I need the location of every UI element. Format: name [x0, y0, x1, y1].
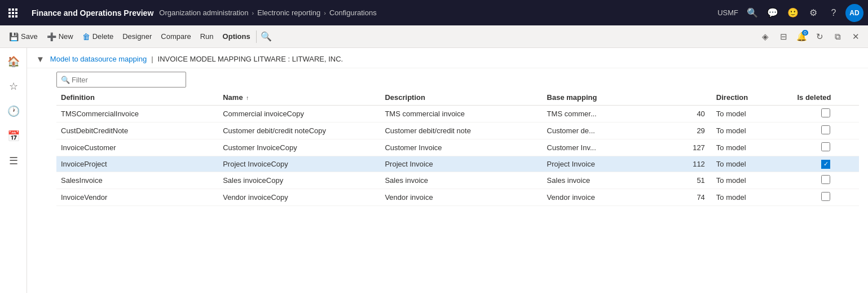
- help-button[interactable]: ?: [825, 5, 842, 21]
- close-button[interactable]: ✕: [848, 29, 863, 45]
- delete-icon: 🗑: [82, 32, 90, 41]
- td-num: 51: [675, 172, 712, 189]
- col-header-description: Description: [380, 90, 542, 106]
- table-row[interactable]: InvoiceProject Project InvoiceCopy Proje…: [56, 156, 859, 172]
- td-base-mapping: Project Invoice: [543, 156, 675, 172]
- td-is-deleted[interactable]: [792, 139, 859, 156]
- emoji-button[interactable]: 🙂: [785, 5, 801, 21]
- open-new-window-button[interactable]: ⧉: [830, 29, 845, 45]
- is-deleted-checkbox[interactable]: ✓: [821, 160, 830, 169]
- td-name: Customer InvoiceCopy: [218, 139, 380, 156]
- save-icon: 💾: [9, 32, 19, 41]
- td-definition: InvoiceCustomer: [56, 139, 218, 156]
- is-deleted-checkbox[interactable]: [821, 192, 830, 201]
- td-direction: To model: [712, 156, 793, 172]
- designer-button[interactable]: Designer: [118, 30, 156, 43]
- run-label: Run: [200, 32, 214, 41]
- toolbar: 💾 Save ➕ New 🗑 Delete Designer Compare R…: [0, 25, 868, 48]
- options-button[interactable]: Options: [218, 30, 255, 43]
- breadcrumb-sep-1: ›: [252, 10, 254, 16]
- td-definition: TMSCommercialInvoice: [56, 106, 218, 123]
- col-header-name[interactable]: Name ↑: [218, 90, 380, 106]
- td-num: 40: [675, 106, 712, 123]
- run-button[interactable]: Run: [196, 30, 218, 43]
- user-avatar[interactable]: AD: [845, 4, 863, 22]
- filter-input[interactable]: [56, 72, 186, 88]
- td-name: Commercial invoiceCopy: [218, 106, 380, 123]
- td-is-deleted[interactable]: [792, 106, 859, 123]
- table-row[interactable]: TMSCommercialInvoice Commercial invoiceC…: [56, 106, 859, 123]
- td-is-deleted[interactable]: [792, 172, 859, 189]
- td-description: TMS commercial invoice: [380, 106, 542, 123]
- td-direction: To model: [712, 139, 793, 156]
- left-nav: 🏠 ☆ 🕐 📅 ☰: [0, 48, 27, 293]
- td-base-mapping: Vendor invoice: [543, 189, 675, 205]
- options-label: Options: [223, 32, 250, 41]
- td-is-deleted[interactable]: ✓: [792, 156, 859, 172]
- is-deleted-checkbox[interactable]: [821, 108, 830, 117]
- notifications-button[interactable]: 💬: [764, 5, 781, 21]
- nav-favorites-button[interactable]: ☆: [2, 75, 25, 98]
- svg-rect-3: [8, 12, 11, 14]
- col-header-is-deleted: Is deleted: [792, 90, 859, 106]
- td-name: Sales invoiceCopy: [218, 172, 380, 189]
- filter-bar: 🔍: [27, 68, 868, 90]
- save-button[interactable]: 💾 Save: [5, 30, 42, 43]
- col-header-definition: Definition: [56, 90, 218, 106]
- save-label: Save: [21, 32, 38, 41]
- new-button[interactable]: ➕ New: [42, 30, 78, 43]
- compare-button[interactable]: Compare: [156, 30, 195, 43]
- app-grid-button[interactable]: [5, 5, 21, 21]
- top-nav-bar: Finance and Operations Preview Organizat…: [0, 0, 868, 25]
- settings-nav-button[interactable]: ⚙: [805, 5, 822, 21]
- td-direction: To model: [712, 189, 793, 205]
- toolbar-right: ◈ ⊟ 🔔 0 ↻ ⧉ ✕: [757, 29, 863, 45]
- breadcrumb-configs[interactable]: Configurations: [329, 8, 377, 17]
- is-deleted-checkbox[interactable]: [821, 175, 830, 184]
- breadcrumb-er[interactable]: Electronic reporting: [257, 8, 320, 17]
- svg-rect-0: [8, 8, 11, 11]
- refresh-button[interactable]: ↻: [812, 29, 827, 45]
- td-description: Customer Invoice: [380, 139, 542, 156]
- new-icon: ➕: [47, 32, 56, 41]
- table-row[interactable]: SalesInvoice Sales invoiceCopy Sales inv…: [56, 172, 859, 189]
- notification-count: 0: [802, 30, 808, 36]
- compare-label: Compare: [161, 32, 191, 41]
- table-row[interactable]: CustDebitCreditNote Customer debit/credi…: [56, 123, 859, 139]
- name-sort-icon: ↑: [246, 95, 249, 101]
- table-row[interactable]: InvoiceVendor Vendor invoiceCopy Vendor …: [56, 189, 859, 205]
- nav-recent-button[interactable]: 🕐: [2, 100, 25, 123]
- header-filter-icon[interactable]: ▼: [36, 54, 45, 64]
- svg-rect-5: [15, 12, 17, 14]
- designer-label: Designer: [122, 32, 152, 41]
- app-title: Finance and Operations Preview: [26, 8, 159, 18]
- diamond-button[interactable]: ◈: [757, 29, 773, 45]
- td-description: Vendor invoice: [380, 189, 542, 205]
- nav-workspaces-button[interactable]: 📅: [2, 125, 25, 147]
- table-row[interactable]: InvoiceCustomer Customer InvoiceCopy Cus…: [56, 139, 859, 156]
- nav-home-button[interactable]: 🏠: [2, 50, 25, 73]
- td-is-deleted[interactable]: [792, 123, 859, 139]
- top-nav-right: USMF 🔍 💬 🙂 ⚙ ? AD: [717, 4, 863, 22]
- td-is-deleted[interactable]: [792, 189, 859, 205]
- td-description: Customer debit/credit note: [380, 123, 542, 139]
- search-nav-button[interactable]: 🔍: [744, 5, 761, 21]
- td-base-mapping: TMS commer...: [543, 106, 675, 123]
- breadcrumb-org-admin[interactable]: Organization administration: [159, 8, 248, 17]
- td-num: 29: [675, 123, 712, 139]
- delete-button[interactable]: 🗑 Delete: [78, 30, 118, 43]
- split-button[interactable]: ⊟: [776, 29, 791, 45]
- col-header-base-mapping: Base mapping: [543, 90, 675, 106]
- nav-modules-button[interactable]: ☰: [2, 150, 25, 172]
- search-filter-button[interactable]: 🔍: [258, 28, 275, 45]
- model-datasource-link[interactable]: Model to datasource mapping: [50, 55, 147, 63]
- inner-breadcrumb: Model to datasource mapping | INVOICE MO…: [50, 55, 343, 63]
- col-header-num: [675, 90, 712, 106]
- notification-count-button[interactable]: 🔔 0: [794, 29, 809, 45]
- is-deleted-checkbox[interactable]: [821, 125, 830, 134]
- is-deleted-checkbox[interactable]: [821, 142, 830, 151]
- content-header: ▼ Model to datasource mapping | INVOICE …: [27, 48, 868, 68]
- breadcrumb-sep-2: ›: [324, 10, 326, 16]
- svg-rect-1: [12, 8, 14, 11]
- svg-rect-6: [8, 15, 11, 18]
